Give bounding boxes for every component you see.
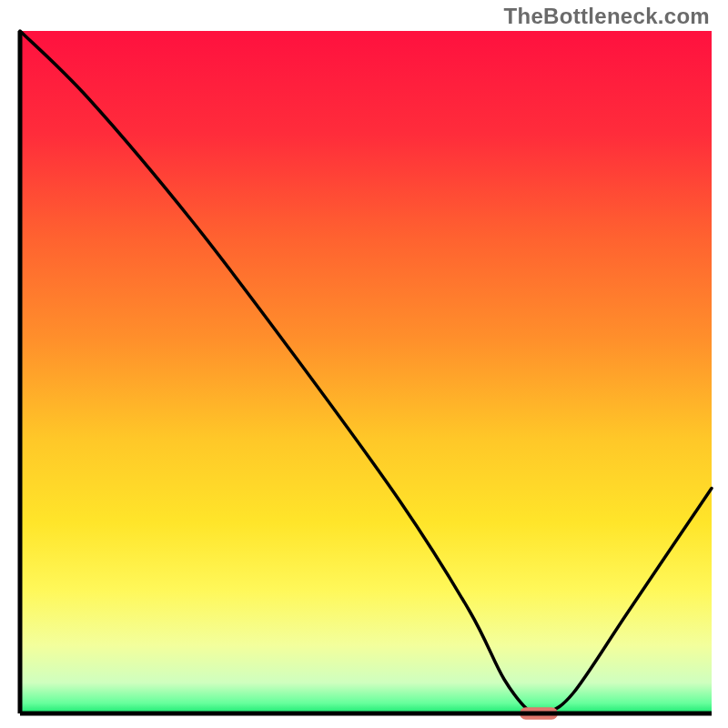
plot-background [20, 31, 712, 713]
chart-container: TheBottleneck.com [0, 0, 728, 728]
bottleneck-chart [0, 0, 728, 728]
